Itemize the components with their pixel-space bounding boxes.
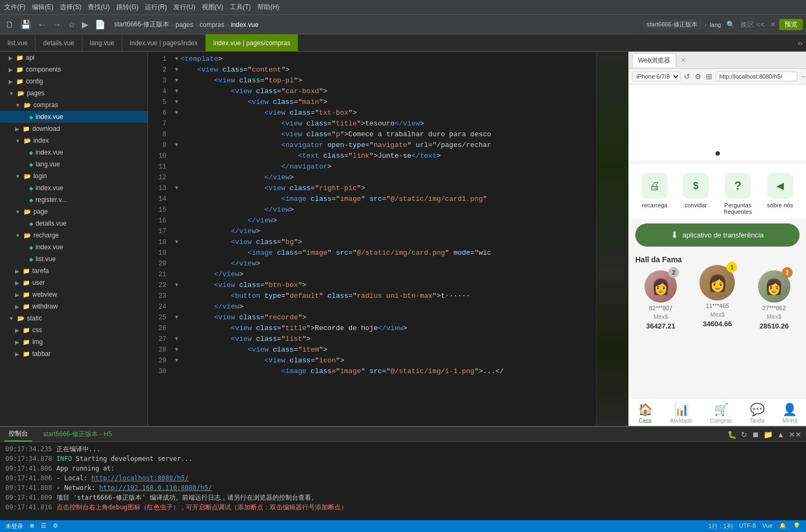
device-selector[interactable]: iPhone 6/7/8 iPhone X iPad <box>632 72 681 81</box>
branch-label[interactable]: start6666-修正版本 <box>642 20 702 29</box>
sidebar-item-recharge[interactable]: ▼ 📂 recharge <box>0 229 148 241</box>
refresh-icon[interactable]: ↺ <box>683 71 691 82</box>
bottom-stop-icon[interactable]: ⏹ <box>752 430 759 439</box>
sidebar-item-login[interactable]: ▼ 📂 login <box>0 170 148 182</box>
sidebar-item-img[interactable]: ▶ 📁 img <box>0 336 148 348</box>
sidebar-item-webview[interactable]: ▶ 📁 webview <box>0 289 148 300</box>
nav-casa[interactable]: 🏠 Casa <box>638 403 653 424</box>
sidebar-item-css[interactable]: ▶ 📁 css <box>0 324 148 336</box>
preview-button[interactable]: 预览 <box>779 19 803 30</box>
fold-arrow[interactable]: ▼ <box>173 334 180 345</box>
fold-arrow[interactable]: ▼ <box>173 312 180 323</box>
breadcrumb-root[interactable]: start6666-修正版本 <box>114 20 169 29</box>
tab-details-vue[interactable]: details.vue <box>36 34 82 51</box>
status-add-icon[interactable]: ⊕ <box>30 522 34 530</box>
menu-tools[interactable]: 工具(T) <box>230 3 251 12</box>
app-icon-sobre[interactable]: ◀ sobre nós <box>767 173 793 215</box>
forward-icon[interactable]: → <box>51 19 64 31</box>
sidebar-item-tabbar[interactable]: ▶ 📁 tabbar <box>0 348 148 360</box>
sidebar-item-tarefa[interactable]: ▶ 📁 tarefa <box>0 265 148 277</box>
sidebar-item-user[interactable]: ▶ 📁 user <box>0 277 148 289</box>
toolbar-replace-icon[interactable]: 换区 << <box>740 20 765 30</box>
sidebar-item-config[interactable]: ▶ 📁 config <box>0 75 148 87</box>
code-editor[interactable]: 1▼<template>2▼ <view class="content">3▼ … <box>148 52 596 426</box>
sidebar-item-lang-vue[interactable]: ▶ ◆ lang.vue <box>0 158 148 170</box>
sidebar-item-api[interactable]: ▶ 📁 api <box>0 52 148 64</box>
tab-scroll-arrows[interactable]: ‹ › <box>795 34 806 51</box>
run-icon[interactable]: ▶ <box>80 18 90 31</box>
sidebar-item-page[interactable]: ▼ 📂 page <box>0 206 148 218</box>
sidebar-item-download[interactable]: ▶ 📁 download <box>0 123 148 135</box>
file-icon[interactable]: 📄 <box>93 18 108 31</box>
menu-edit[interactable]: 编辑(E) <box>32 3 53 12</box>
sidebar-item-index[interactable]: ▼ 📂 index <box>0 135 148 146</box>
tab-lang-vue[interactable]: lang.vue <box>82 34 122 51</box>
nav-compras[interactable]: 🛒 Compras <box>710 403 732 424</box>
fold-arrow[interactable]: ▼ <box>173 75 180 86</box>
fold-arrow[interactable]: ▼ <box>173 280 180 291</box>
sidebar-item-withdraw[interactable]: ▶ 📁 withdraw <box>0 300 148 312</box>
toolbar-search-icon[interactable]: 🔍 <box>726 20 735 29</box>
save-icon[interactable]: 💾 <box>18 18 33 31</box>
sidebar-item-compras[interactable]: ▼ 📂 compras <box>0 99 148 111</box>
nav-tarefa[interactable]: 💬 Tarefa <box>749 403 765 424</box>
sidebar-item-static[interactable]: ▼ 📂 static <box>0 312 148 324</box>
menu-find[interactable]: 查找(U) <box>88 3 110 12</box>
fold-arrow[interactable]: ▼ <box>173 108 180 118</box>
breadcrumb-compras[interactable]: compras <box>200 21 225 29</box>
fold-arrow[interactable]: ▼ <box>173 86 180 97</box>
fold-arrow[interactable]: ▼ <box>173 54 180 65</box>
sidebar-item-recharge-index[interactable]: ▶ ◆ index.vue <box>0 241 148 253</box>
log-link[interactable]: http://192.168.0.110:8080/h5/ <box>99 484 212 492</box>
console-tab[interactable]: 控制台 <box>4 427 32 442</box>
browser-close-icon[interactable]: ✕ <box>681 57 686 64</box>
fold-arrow[interactable]: ▼ <box>173 355 180 366</box>
status-menu-icon[interactable]: ☰ <box>41 522 46 530</box>
tab-right-arrow[interactable]: › <box>800 39 803 47</box>
fold-arrow[interactable]: ▼ <box>173 140 180 151</box>
notification-icon[interactable]: 🔔 <box>779 522 787 530</box>
open-external-icon[interactable]: ⊞ <box>705 71 713 82</box>
menu-select[interactable]: 选择(S) <box>60 3 81 12</box>
fold-arrow[interactable]: ▼ <box>173 65 180 75</box>
bookmark-icon[interactable]: ☆ <box>66 18 78 31</box>
bottom-refresh-icon[interactable]: ↻ <box>741 430 747 439</box>
menu-goto[interactable]: 跳转(G) <box>116 3 138 12</box>
bottom-expand-icon[interactable]: ✕✕ <box>789 430 802 439</box>
sidebar-item-recharge-list[interactable]: ▶ ◆ list.vue <box>0 253 148 265</box>
browser-tab[interactable]: Web浏览器 <box>632 53 676 67</box>
app-icon-recarrega[interactable]: 🖨 recarrega <box>642 173 668 215</box>
toolbar-close-icon[interactable]: ✕ <box>770 20 776 29</box>
bottom-folder-icon[interactable]: 📁 <box>763 430 773 439</box>
menu-help[interactable]: 帮助(H) <box>257 3 279 12</box>
breadcrumb-pages[interactable]: pages <box>176 21 193 29</box>
sidebar-item-details-vue[interactable]: ▶ ◆ details.vue <box>0 218 148 229</box>
sidebar-item-index-vue[interactable]: ▶ ◆ index.vue <box>0 111 148 123</box>
transfer-button[interactable]: ⬇ aplicativo de transferência <box>635 223 800 247</box>
back-icon[interactable]: ← <box>36 19 48 31</box>
fold-arrow[interactable]: ▼ <box>173 183 180 194</box>
fold-arrow[interactable]: ▼ <box>173 345 180 355</box>
sidebar-item-index-vue2[interactable]: ▶ ◆ index.vue <box>0 146 148 158</box>
browser-back-icon[interactable]: ← <box>800 71 806 82</box>
lightbulb-icon[interactable]: 💡 <box>793 522 801 530</box>
log-link[interactable]: http://localhost:8080/h5/ <box>92 474 189 482</box>
menu-run[interactable]: 运行(R) <box>145 3 167 12</box>
url-input[interactable] <box>716 72 797 81</box>
menu-view[interactable]: 视图(V) <box>202 3 223 12</box>
app-icon-convidar[interactable]: $ convidar <box>683 173 709 215</box>
bottom-bug-icon[interactable]: 🐛 <box>727 430 737 439</box>
sidebar-item-login-index[interactable]: ▶ ◆ index.vue <box>0 182 148 194</box>
fold-arrow[interactable]: ▼ <box>173 237 180 248</box>
menu-publish[interactable]: 发行(U) <box>173 3 195 12</box>
nav-minha[interactable]: 👤 Minha <box>782 403 797 424</box>
tab-index-pages[interactable]: index.vue | pages/index <box>122 34 206 51</box>
sidebar-item-components[interactable]: ▶ 📁 components <box>0 64 148 75</box>
settings-icon[interactable]: ⚙ <box>693 71 703 82</box>
menu-file[interactable]: 文件(F) <box>4 3 25 12</box>
app-icon-perguntas[interactable]: ? Perguntasfrequentes <box>724 173 752 215</box>
bottom-up-icon[interactable]: ▲ <box>777 430 784 439</box>
new-file-icon[interactable]: 🗋 <box>3 19 16 31</box>
tab-list-vue[interactable]: list.vue <box>0 34 36 51</box>
tab-index-compras-active[interactable]: index.vue | pages/compras <box>206 34 298 51</box>
